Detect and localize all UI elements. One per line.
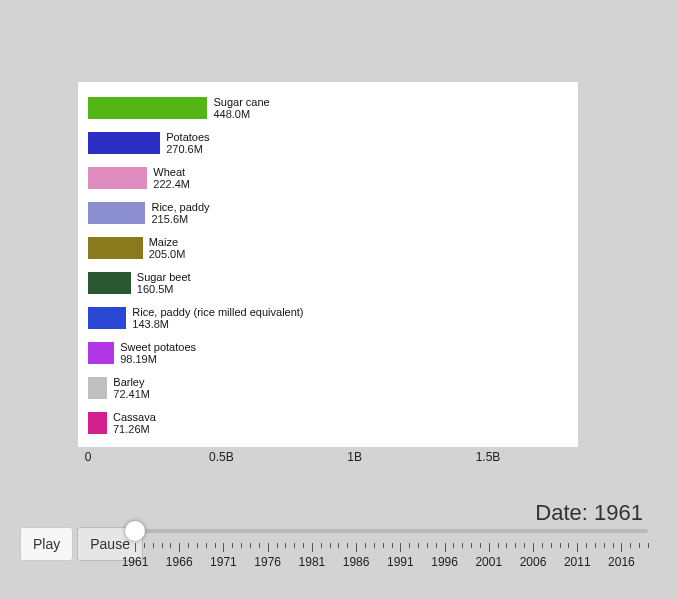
bar-row: Sugar beet160.5M <box>88 269 568 297</box>
slider-tick <box>197 543 198 548</box>
slider-year: 1986 <box>343 555 370 569</box>
slider-tick <box>365 543 366 548</box>
slider-tick <box>356 543 357 552</box>
slider-ticks <box>135 543 648 555</box>
slider-tick <box>321 543 322 548</box>
bar <box>88 272 131 294</box>
slider-tick <box>144 543 145 548</box>
slider-year: 1991 <box>387 555 414 569</box>
bar-value: 270.6M <box>166 143 209 155</box>
slider-year: 2006 <box>520 555 547 569</box>
slider-year: 1976 <box>254 555 281 569</box>
slider-tick <box>524 543 525 548</box>
slider-tick <box>206 543 207 548</box>
slider-tick <box>409 543 410 548</box>
bar-category: Rice, paddy <box>151 201 209 213</box>
slider-track[interactable] <box>135 529 648 533</box>
chart-card: Sugar cane448.0MPotatoes270.6MWheat222.4… <box>78 82 578 447</box>
slider-tick <box>400 543 401 552</box>
bar <box>88 132 160 154</box>
bar-category: Sugar cane <box>213 96 269 108</box>
slider-tick <box>498 543 499 548</box>
slider-tick <box>551 543 552 548</box>
slider-tick <box>639 543 640 548</box>
bar-label: Wheat222.4M <box>153 166 190 190</box>
slider-tick <box>338 543 339 548</box>
slider-tick <box>586 543 587 548</box>
bar-category: Potatoes <box>166 131 209 143</box>
x-tick-label: 1B <box>347 450 362 464</box>
bar-label: Cassava71.26M <box>113 411 156 435</box>
slider-tick <box>471 543 472 548</box>
slider-year: 2001 <box>475 555 502 569</box>
slider-year: 1981 <box>299 555 326 569</box>
bar <box>88 167 147 189</box>
slider-tick <box>285 543 286 548</box>
slider-tick <box>259 543 260 548</box>
slider-tick <box>153 543 154 548</box>
bar-label: Barley72.41M <box>113 376 150 400</box>
slider-tick <box>568 543 569 548</box>
bar-list: Sugar cane448.0MPotatoes270.6MWheat222.4… <box>88 94 568 437</box>
bar-category: Rice, paddy (rice milled equivalent) <box>132 306 303 318</box>
bar-label: Rice, paddy215.6M <box>151 201 209 225</box>
slider-tick <box>630 543 631 548</box>
x-tick-label: 0 <box>85 450 92 464</box>
slider-tick <box>277 543 278 548</box>
bar-label: Sugar beet160.5M <box>137 271 191 295</box>
bar-category: Wheat <box>153 166 185 178</box>
bar <box>88 202 145 224</box>
slider-year: 1971 <box>210 555 237 569</box>
bar-value: 160.5M <box>137 283 191 295</box>
slider-tick <box>392 543 393 548</box>
slider-tick <box>294 543 295 548</box>
bar-category: Sweet potatoes <box>120 341 196 353</box>
slider-year: 2016 <box>608 555 635 569</box>
bar-row: Rice, paddy215.6M <box>88 199 568 227</box>
bar-category: Maize <box>149 236 178 248</box>
slider-tick <box>595 543 596 548</box>
slider-tick <box>330 543 331 548</box>
bar <box>88 97 207 119</box>
x-tick-label: 0.5B <box>209 450 234 464</box>
bar <box>88 412 107 434</box>
timeline-slider[interactable]: 1961196619711976198119861991199620012006… <box>135 521 648 581</box>
slider-year: 1961 <box>122 555 149 569</box>
slider-tick <box>312 543 313 552</box>
slider-tick <box>188 543 189 548</box>
slider-tick <box>648 543 649 548</box>
bar-row: Cassava71.26M <box>88 409 568 437</box>
bar-row: Potatoes270.6M <box>88 129 568 157</box>
slider-year: 2011 <box>564 555 591 569</box>
bar-label: Rice, paddy (rice milled equivalent)143.… <box>132 306 303 330</box>
slider-tick <box>374 543 375 548</box>
slider-tick <box>223 543 224 552</box>
bar-value: 222.4M <box>153 178 190 190</box>
slider-tick <box>436 543 437 548</box>
slider-tick <box>383 543 384 548</box>
bar-label: Sweet potatoes98.19M <box>120 341 196 365</box>
app-stage: Sugar cane448.0MPotatoes270.6MWheat222.4… <box>0 0 678 599</box>
slider-tick <box>533 543 534 552</box>
bar <box>88 307 126 329</box>
slider-year: 1966 <box>166 555 193 569</box>
bar-value: 143.8M <box>132 318 303 330</box>
slider-tick <box>621 543 622 552</box>
slider-tick <box>480 543 481 548</box>
slider-tick <box>489 543 490 552</box>
slider-tick <box>462 543 463 548</box>
slider-tick <box>453 543 454 548</box>
bar-category: Barley <box>113 376 144 388</box>
play-button[interactable]: Play <box>20 527 73 561</box>
slider-tick <box>542 543 543 548</box>
bar-category: Cassava <box>113 411 156 423</box>
slider-tick <box>427 543 428 548</box>
bar <box>88 377 107 399</box>
slider-tick <box>613 543 614 548</box>
bar-row: Sweet potatoes98.19M <box>88 339 568 367</box>
slider-tick <box>215 543 216 548</box>
bar-row: Barley72.41M <box>88 374 568 402</box>
slider-year: 1996 <box>431 555 458 569</box>
bar-value: 98.19M <box>120 353 196 365</box>
slider-thumb[interactable] <box>125 521 145 541</box>
